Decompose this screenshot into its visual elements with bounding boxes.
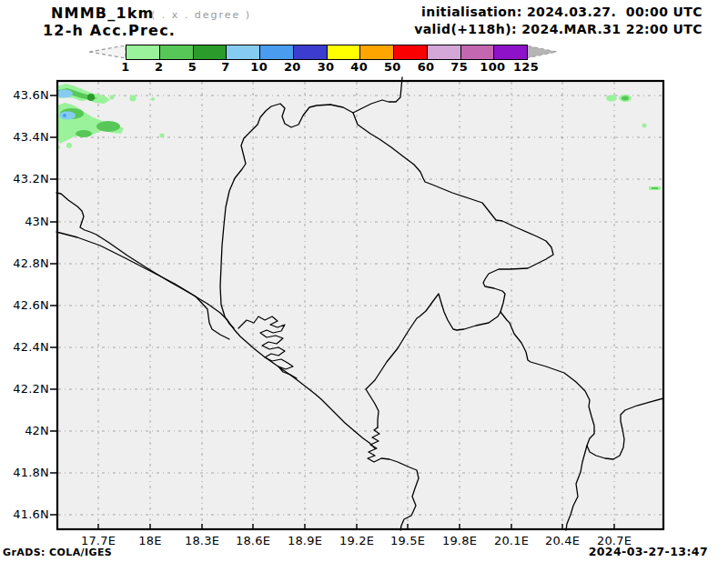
colorbar-level-label: 30 [318,60,335,74]
colorbar-segment-10 [259,45,293,59]
colorbar-segment-60 [427,45,460,59]
lat-tick-label: 43.4N [2,130,49,144]
colorbar-segment-50 [393,45,427,59]
lat-tick-label: 43.6N [2,88,49,102]
map-canvas [0,0,728,562]
lat-tick-label: 42N [2,424,49,437]
colorbar-level-label: 100 [480,60,505,74]
lon-tick-label: 19.5E [382,534,433,547]
lat-tick-label: 43.2N [2,172,49,186]
colorbar-level-label: 50 [384,60,401,74]
colorbar-level-label: 2 [155,60,163,74]
colorbar-legend: 125710203040506075100125 [88,45,561,75]
colorbar-level-label: 5 [188,60,197,74]
lon-tick-label: 18.6E [228,534,278,547]
lat-tick-label: 42.6N [2,298,49,312]
colorbar-level-label: 20 [284,60,301,74]
colorbar-segment-5 [193,45,227,59]
colorbar-level-label: 1 [121,60,129,74]
lat-tick-label: 43N [2,215,49,228]
lon-tick-label: 19.2E [331,534,382,547]
lon-tick-label: 20.1E [486,534,537,547]
colorbar-segment-20 [293,45,327,59]
lat-tick-label: 41.8N [2,466,49,479]
lat-ticks [50,95,56,515]
grads-credit: GrADS: COLA/IGES [3,547,112,558]
colorbar-level-label: 125 [513,60,539,74]
model-title: NMMB_1km [51,5,154,22]
plot-timestamp: 2024-03-27-13:47 [589,545,708,558]
colorbar-labels: 125710203040506075100125 [88,59,561,74]
lon-tick-label: 20.4E [537,534,588,547]
colorbar-level-label: 40 [350,60,368,74]
colorbar-segment-7 [226,45,259,59]
lon-tick-label: 18.9E [279,534,330,547]
colorbar-level-label: 10 [250,60,268,74]
init-time: initialisation: 2024.03.27. 00:00 UTC [421,5,703,19]
lon-tick-label: 17.7E [73,534,124,547]
colorbar-segments [126,45,528,60]
lon-tick-label: 18.3E [177,534,228,547]
lat-tick-label: 42.8N [2,256,49,270]
colorbar-segment-30 [327,45,360,59]
grads-plot-page: { "header": { "model": "NMMB_1km", "grid… [0,0,728,562]
lon-tick-label: 18E [125,534,176,547]
colorbar-segment-1 [126,45,159,59]
product-title: 12-h Acc.Prec. [43,22,176,39]
colorbar-segment-75 [460,45,494,59]
colorbar-right-arrow [526,45,557,58]
lat-tick-label: 42.4N [2,340,49,354]
colorbar-level-label: 7 [221,60,229,74]
lon-tick-label: 19.8E [434,534,485,547]
colorbar-level-label: 75 [450,60,468,74]
valid-time: valid(+118h): 2024.MAR.31 22:00 UTC [414,22,703,36]
colorbar-left-arrow [89,45,126,58]
colorbar-segment-40 [359,45,393,59]
lat-tick-label: 41.6N [2,507,49,521]
colorbar-level-label: 60 [418,60,435,74]
colorbar-segment-100 [493,45,527,59]
colorbar-segment-2 [159,45,193,59]
grid-note: ( . x . degree ) [151,9,251,21]
lat-tick-label: 42.2N [2,382,49,396]
